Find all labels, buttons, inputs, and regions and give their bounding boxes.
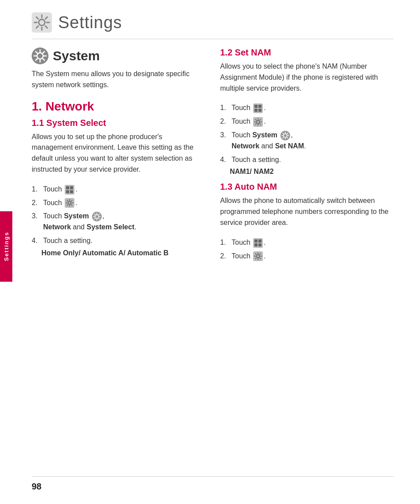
grid-icon-1-2-1	[253, 103, 263, 113]
svg-rect-74	[258, 243, 262, 246]
subsection-1-3-heading: 1.3 Auto NAM	[220, 182, 401, 192]
footer-divider	[32, 476, 394, 477]
steps-1-1: 1. Touch . 2. Touch	[32, 184, 203, 257]
right-column: 1.2 Set NAM Allows you to select the pho…	[220, 48, 401, 268]
gear-icon-1-1-2	[65, 198, 74, 208]
page-header: Settings	[32, 12, 122, 33]
step-1-1-options: Home Only/ Automatic A/ Automatic B	[41, 249, 203, 257]
svg-rect-46	[254, 105, 258, 108]
step-1-3-2: 2. Touch .	[220, 251, 401, 262]
settings-side-tab: Settings	[0, 211, 12, 282]
system-desc: The System menu allows you to designate …	[32, 69, 203, 91]
subsection-1-1-desc: Allows you to set up the phone producer'…	[32, 132, 203, 175]
system-title: System	[53, 48, 100, 63]
grid-icon-1-3-1	[253, 238, 263, 248]
gear-icon-1-3-2	[253, 251, 263, 261]
svg-rect-24	[70, 190, 73, 193]
side-tab-label: Settings	[3, 232, 10, 261]
step-1-1-3: 3. Touch System , Net	[32, 211, 203, 233]
subsection-1-1-heading: 1.1 System Select	[32, 118, 203, 128]
svg-rect-73	[254, 243, 258, 246]
step-1-1-1: 1. Touch .	[32, 184, 203, 195]
header-divider	[32, 39, 394, 39]
svg-rect-72	[258, 239, 262, 243]
svg-rect-23	[66, 190, 69, 193]
system-icon-1-2-3	[280, 131, 290, 140]
system-section-heading: System	[32, 48, 203, 64]
step-1-2-2: 2. Touch .	[220, 116, 401, 127]
header-settings-icon	[32, 12, 52, 33]
svg-rect-48	[254, 109, 258, 112]
svg-rect-21	[66, 186, 69, 189]
header-title: Settings	[58, 13, 122, 32]
svg-rect-22	[70, 186, 73, 189]
steps-1-3: 1. Touch . 2. Touch	[220, 237, 401, 262]
network-heading: 1. Network	[32, 99, 203, 114]
step-1-2-options: NAM1/ NAM2	[230, 168, 401, 176]
steps-1-2: 1. Touch . 2. Touch	[220, 103, 401, 176]
svg-rect-47	[258, 105, 262, 108]
subsection-1-2-heading: 1.2 Set NAM	[220, 48, 401, 58]
step-1-2-1: 1. Touch .	[220, 103, 401, 114]
subsection-1-3-desc: Allows the phone to automatically switch…	[220, 195, 401, 228]
step-1-3-1: 1. Touch .	[220, 237, 401, 248]
svg-rect-49	[258, 109, 262, 112]
system-section-icon	[32, 48, 48, 64]
step-1-1-4: 4. Touch a setting.	[32, 235, 203, 246]
left-column: System The System menu allows you to des…	[32, 48, 203, 263]
page-number: 98	[32, 482, 41, 492]
grid-icon-1-1-1	[65, 185, 74, 195]
svg-rect-71	[254, 239, 258, 243]
step-1-2-3: 3. Touch System , Net	[220, 130, 401, 152]
system-icon-1-1-3	[92, 212, 102, 221]
step-1-2-4: 4. Touch a setting.	[220, 155, 401, 166]
step-1-1-2: 2. Touch .	[32, 198, 203, 209]
subsection-1-2-desc: Allows you to select the phone's NAM (Nu…	[220, 61, 401, 94]
gear-icon-1-2-2	[253, 117, 263, 127]
